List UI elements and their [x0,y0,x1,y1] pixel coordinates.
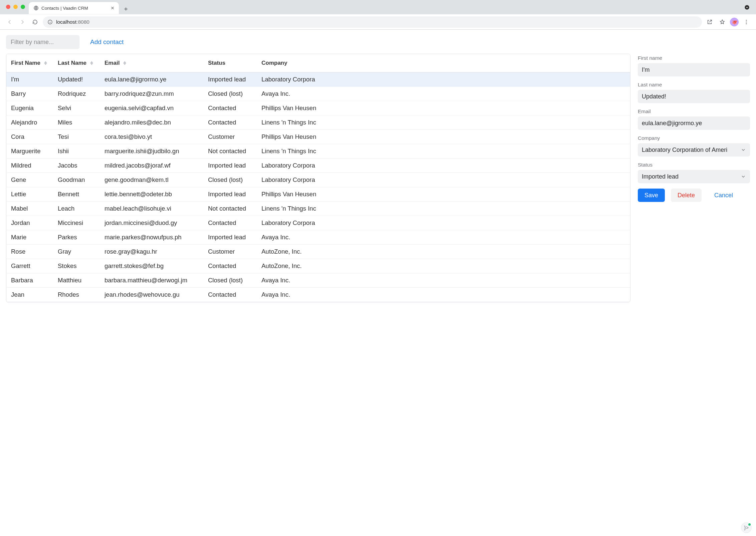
table-row[interactable]: RoseGrayrose.gray@kagu.hrCustomerAutoZon… [6,244,630,259]
cell-email: mildred.jacobs@joraf.wf [100,158,203,173]
table-row[interactable]: JordanMiccinesijordan.miccinesi@duod.gyC… [6,216,630,230]
cell-last: Leach [53,201,100,216]
toolbar-row: Add contact [6,35,750,49]
cell-email: eula.lane@jigrormo.ye [100,72,203,86]
last-name-label: Last name [638,82,750,88]
url-host: localhost [56,19,76,25]
cell-first: Barbara [6,273,53,287]
status-label: Status [638,162,750,168]
address-bar[interactable]: localhost:8080 [43,16,702,28]
cell-company: Avaya Inc. [257,230,630,244]
table-row[interactable]: LettieBennettlettie.bennett@odeter.bbImp… [6,187,630,201]
cell-company: Avaya Inc. [257,273,630,287]
add-contact-button[interactable]: Add contact [85,36,128,48]
column-header-email[interactable]: Email [100,54,203,72]
cell-first: Lettie [6,187,53,201]
table-row[interactable]: GarrettStokesgarrett.stokes@fef.bgContac… [6,259,630,273]
table-row[interactable]: I'mUpdated!eula.lane@jigrormo.yeImported… [6,72,630,86]
cell-status: Imported lead [203,158,257,173]
new-tab-button[interactable] [121,4,131,14]
table-row[interactable]: MarieParkesmarie.parkes@nowufpus.phImpor… [6,230,630,244]
cell-status: Contacted [203,115,257,129]
sort-icon [90,61,93,65]
nav-forward-button[interactable] [17,17,27,27]
cell-email: lettie.bennett@odeter.bb [100,187,203,201]
first-name-label: First name [638,55,750,61]
chevron-down-icon [741,147,746,153]
cell-email: garrett.stokes@fef.bg [100,259,203,273]
cell-email: marie.parkes@nowufpus.ph [100,230,203,244]
table-row[interactable]: MildredJacobsmildred.jacobs@joraf.wfImpo… [6,158,630,173]
browser-tab[interactable]: Contacts | Vaadin CRM [29,2,119,14]
profile-avatar[interactable]: 🐙 [730,18,739,26]
cell-email: eugenia.selvi@capfad.vn [100,101,203,115]
email-field[interactable] [638,116,750,130]
bookmark-star-icon[interactable] [717,17,727,27]
column-header-first-name[interactable]: First Name [6,54,53,72]
nav-back-button[interactable] [5,17,15,27]
cell-last: Stokes [53,259,100,273]
cell-email: gene.goodman@kem.tl [100,173,203,187]
cell-company: Laboratory Corpora [257,173,630,187]
column-header-company[interactable]: Company [257,54,630,72]
cancel-button[interactable]: Cancel [708,189,740,202]
cell-email: jordan.miccinesi@duod.gy [100,216,203,230]
cell-email: alejandro.miles@dec.bn [100,115,203,129]
table-row[interactable]: BarryRodriquezbarry.rodriquez@zun.mmClos… [6,86,630,101]
first-name-field[interactable] [638,63,750,76]
cell-status: Imported lead [203,230,257,244]
tab-close-icon[interactable] [110,6,115,10]
form-button-row: Save Delete Cancel [638,189,750,202]
nav-reload-button[interactable] [30,17,40,27]
last-name-field[interactable] [638,90,750,103]
table-row[interactable]: MargueriteIshiimarguerite.ishii@judbilo.… [6,144,630,158]
column-header-last-name[interactable]: Last Name [53,54,100,72]
cell-email: rose.gray@kagu.hr [100,244,203,259]
table-row[interactable]: EugeniaSelvieugenia.selvi@capfad.vnConta… [6,101,630,115]
window-close-icon[interactable] [6,5,10,9]
cell-email: marguerite.ishii@judbilo.gn [100,144,203,158]
cell-last: Rodriquez [53,86,100,101]
column-header-label: Last Name [58,60,86,66]
table-row[interactable]: BarbaraMatthieubarbara.matthieu@derwogi.… [6,273,630,287]
window-maximize-icon[interactable] [21,5,25,9]
cell-last: Updated! [53,72,100,86]
browser-menu-icon[interactable] [741,17,751,27]
table-row[interactable]: MabelLeachmabel.leach@lisohuje.viNot con… [6,201,630,216]
table-row[interactable]: GeneGoodmangene.goodman@kem.tlClosed (lo… [6,173,630,187]
site-info-icon[interactable] [47,19,53,25]
open-external-icon[interactable] [705,17,715,27]
table-row[interactable]: JeanRhodesjean.rhodes@wehovuce.guContact… [6,287,630,302]
cell-first: Marie [6,230,53,244]
table-row[interactable]: CoraTesicora.tesi@bivo.ytCustomerPhillip… [6,129,630,144]
filter-input[interactable] [6,35,79,49]
vaadin-devtools-icon[interactable]: }> [741,523,751,533]
page-content: Add contact First Name [0,30,756,302]
tab-overflow-icon[interactable] [744,4,750,10]
grid-header-row: First Name Last Name [6,54,630,72]
cell-company: Avaya Inc. [257,86,630,101]
delete-button[interactable]: Delete [671,189,702,202]
cell-first: I'm [6,72,53,86]
cell-status: Not contacted [203,144,257,158]
cell-status: Contacted [203,101,257,115]
cell-company: Phillips Van Heusen [257,101,630,115]
table-row[interactable]: AlejandroMilesalejandro.miles@dec.bnCont… [6,115,630,129]
cell-status: Not contacted [203,201,257,216]
status-combobox[interactable]: Imported lead [638,170,750,183]
cell-company: Avaya Inc. [257,287,630,302]
cell-email: jean.rhodes@wehovuce.gu [100,287,203,302]
column-header-status[interactable]: Status [203,54,257,72]
cell-company: Laboratory Corpora [257,216,630,230]
cell-status: Closed (lost) [203,173,257,187]
column-header-label: Email [105,60,120,66]
cell-last: Gray [53,244,100,259]
cell-last: Bennett [53,187,100,201]
save-button[interactable]: Save [638,189,665,202]
contacts-grid: First Name Last Name [6,54,630,302]
company-combobox[interactable]: Laboratory Corporation of Ameri [638,143,750,157]
sort-icon [44,61,47,65]
window-minimize-icon[interactable] [13,5,18,9]
cell-first: Jordan [6,216,53,230]
window-traffic-lights [6,5,25,9]
